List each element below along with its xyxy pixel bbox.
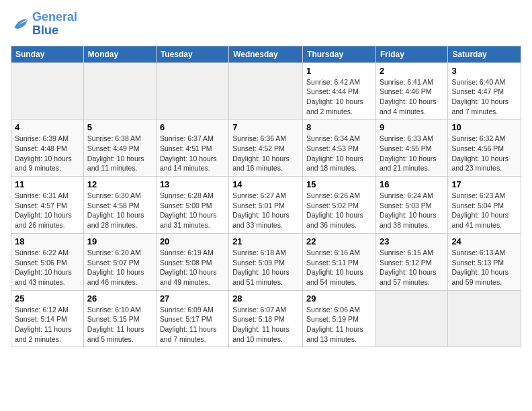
day-number: 16 — [380, 179, 444, 189]
day-number: 5 — [87, 122, 152, 132]
calendar-cell — [375, 290, 447, 347]
day-info: Sunrise: 6:24 AM Sunset: 5:03 PM Dayligh… — [380, 191, 444, 230]
calendar-week-row: 25 Sunrise: 6:12 AM Sunset: 5:14 PM Dayl… — [11, 290, 521, 347]
calendar-cell: 21 Sunrise: 6:18 AM Sunset: 5:09 PM Dayl… — [229, 233, 303, 290]
col-header-thursday: Thursday — [303, 46, 376, 62]
day-number: 8 — [306, 122, 372, 132]
calendar-cell: 5 Sunrise: 6:38 AM Sunset: 4:49 PM Dayli… — [83, 120, 156, 177]
day-info: Sunrise: 6:31 AM Sunset: 4:57 PM Dayligh… — [15, 191, 80, 230]
calendar-cell: 4 Sunrise: 6:39 AM Sunset: 4:48 PM Dayli… — [11, 120, 84, 177]
day-number: 22 — [306, 236, 372, 246]
logo: General Blue — [11, 11, 77, 38]
calendar-cell: 3 Sunrise: 6:40 AM Sunset: 4:47 PM Dayli… — [448, 62, 521, 120]
day-number: 17 — [451, 179, 517, 189]
calendar-cell: 22 Sunrise: 6:16 AM Sunset: 5:11 PM Dayl… — [303, 233, 376, 290]
day-info: Sunrise: 6:30 AM Sunset: 4:58 PM Dayligh… — [87, 191, 152, 230]
calendar-cell: 19 Sunrise: 6:20 AM Sunset: 5:07 PM Dayl… — [83, 233, 156, 290]
calendar-cell: 6 Sunrise: 6:37 AM Sunset: 4:51 PM Dayli… — [156, 120, 228, 177]
day-number: 6 — [160, 122, 225, 132]
calendar-week-row: 18 Sunrise: 6:22 AM Sunset: 5:06 PM Dayl… — [11, 233, 521, 290]
day-number: 7 — [232, 122, 299, 132]
day-number: 23 — [380, 236, 444, 246]
day-info: Sunrise: 6:18 AM Sunset: 5:09 PM Dayligh… — [232, 248, 299, 287]
calendar-cell: 12 Sunrise: 6:30 AM Sunset: 4:58 PM Dayl… — [83, 177, 156, 234]
day-info: Sunrise: 6:39 AM Sunset: 4:48 PM Dayligh… — [15, 134, 80, 173]
day-number: 9 — [380, 122, 444, 132]
calendar-header-row: SundayMondayTuesdayWednesdayThursdayFrid… — [11, 46, 521, 62]
calendar-week-row: 4 Sunrise: 6:39 AM Sunset: 4:48 PM Dayli… — [11, 120, 521, 177]
calendar-week-row: 11 Sunrise: 6:31 AM Sunset: 4:57 PM Dayl… — [11, 177, 521, 234]
day-info: Sunrise: 6:32 AM Sunset: 4:56 PM Dayligh… — [451, 134, 517, 173]
day-info: Sunrise: 6:07 AM Sunset: 5:18 PM Dayligh… — [232, 305, 299, 345]
calendar-cell: 9 Sunrise: 6:33 AM Sunset: 4:55 PM Dayli… — [375, 120, 447, 177]
calendar-cell: 27 Sunrise: 6:09 AM Sunset: 5:17 PM Dayl… — [156, 290, 228, 347]
day-info: Sunrise: 6:27 AM Sunset: 5:01 PM Dayligh… — [232, 191, 299, 230]
day-info: Sunrise: 6:19 AM Sunset: 5:08 PM Dayligh… — [160, 248, 225, 287]
calendar-cell: 14 Sunrise: 6:27 AM Sunset: 5:01 PM Dayl… — [229, 177, 303, 234]
col-header-friday: Friday — [375, 46, 447, 62]
calendar-week-row: 1 Sunrise: 6:42 AM Sunset: 4:44 PM Dayli… — [11, 62, 521, 120]
day-info: Sunrise: 6:40 AM Sunset: 4:47 PM Dayligh… — [451, 77, 517, 117]
day-number: 12 — [87, 179, 152, 189]
day-number: 29 — [306, 293, 372, 304]
calendar-cell: 28 Sunrise: 6:07 AM Sunset: 5:18 PM Dayl… — [229, 290, 303, 347]
page-header: General Blue — [11, 11, 521, 38]
day-number: 4 — [15, 122, 80, 132]
day-info: Sunrise: 6:20 AM Sunset: 5:07 PM Dayligh… — [87, 248, 152, 287]
day-number: 28 — [232, 293, 299, 304]
day-number: 3 — [451, 66, 517, 76]
calendar-cell: 20 Sunrise: 6:19 AM Sunset: 5:08 PM Dayl… — [156, 233, 228, 290]
day-number: 13 — [160, 179, 225, 189]
day-info: Sunrise: 6:37 AM Sunset: 4:51 PM Dayligh… — [160, 134, 225, 173]
day-number: 27 — [160, 293, 225, 304]
col-header-monday: Monday — [83, 46, 156, 62]
day-number: 26 — [87, 293, 152, 304]
calendar-cell: 1 Sunrise: 6:42 AM Sunset: 4:44 PM Dayli… — [303, 62, 376, 120]
day-number: 21 — [232, 236, 299, 246]
day-info: Sunrise: 6:41 AM Sunset: 4:46 PM Dayligh… — [380, 77, 444, 117]
day-number: 2 — [380, 66, 444, 76]
calendar-cell: 13 Sunrise: 6:28 AM Sunset: 5:00 PM Dayl… — [156, 177, 228, 234]
day-number: 10 — [451, 122, 517, 132]
day-number: 18 — [15, 236, 80, 246]
day-info: Sunrise: 6:28 AM Sunset: 5:00 PM Dayligh… — [160, 191, 225, 230]
calendar-cell: 11 Sunrise: 6:31 AM Sunset: 4:57 PM Dayl… — [11, 177, 84, 234]
day-number: 20 — [160, 236, 225, 246]
day-info: Sunrise: 6:34 AM Sunset: 4:53 PM Dayligh… — [306, 134, 372, 173]
day-info: Sunrise: 6:42 AM Sunset: 4:44 PM Dayligh… — [306, 77, 372, 117]
calendar-table: SundayMondayTuesdayWednesdayThursdayFrid… — [11, 46, 521, 348]
day-number: 19 — [87, 236, 152, 246]
calendar-cell: 7 Sunrise: 6:36 AM Sunset: 4:52 PM Dayli… — [229, 120, 303, 177]
calendar-cell: 18 Sunrise: 6:22 AM Sunset: 5:06 PM Dayl… — [11, 233, 84, 290]
day-number: 15 — [306, 179, 372, 189]
calendar-cell: 25 Sunrise: 6:12 AM Sunset: 5:14 PM Dayl… — [11, 290, 84, 347]
day-info: Sunrise: 6:33 AM Sunset: 4:55 PM Dayligh… — [380, 134, 444, 173]
calendar-cell: 26 Sunrise: 6:10 AM Sunset: 5:15 PM Dayl… — [83, 290, 156, 347]
calendar-cell: 24 Sunrise: 6:13 AM Sunset: 5:13 PM Dayl… — [448, 233, 521, 290]
logo-icon — [11, 15, 30, 34]
calendar-cell: 8 Sunrise: 6:34 AM Sunset: 4:53 PM Dayli… — [303, 120, 376, 177]
day-info: Sunrise: 6:09 AM Sunset: 5:17 PM Dayligh… — [160, 305, 225, 345]
calendar-cell: 17 Sunrise: 6:23 AM Sunset: 5:04 PM Dayl… — [448, 177, 521, 234]
day-info: Sunrise: 6:22 AM Sunset: 5:06 PM Dayligh… — [15, 248, 80, 287]
col-header-wednesday: Wednesday — [229, 46, 303, 62]
day-info: Sunrise: 6:06 AM Sunset: 5:19 PM Dayligh… — [306, 305, 372, 345]
day-number: 25 — [15, 293, 80, 304]
col-header-saturday: Saturday — [448, 46, 521, 62]
calendar-cell: 29 Sunrise: 6:06 AM Sunset: 5:19 PM Dayl… — [303, 290, 376, 347]
calendar-cell — [156, 62, 228, 120]
calendar-cell: 23 Sunrise: 6:15 AM Sunset: 5:12 PM Dayl… — [375, 233, 447, 290]
day-number: 1 — [306, 66, 372, 76]
calendar-cell: 15 Sunrise: 6:26 AM Sunset: 5:02 PM Dayl… — [303, 177, 376, 234]
calendar-cell — [448, 290, 521, 347]
day-info: Sunrise: 6:13 AM Sunset: 5:13 PM Dayligh… — [451, 248, 517, 287]
day-number: 11 — [15, 179, 80, 189]
logo-text: General Blue — [32, 11, 77, 38]
calendar-cell — [229, 62, 303, 120]
day-info: Sunrise: 6:15 AM Sunset: 5:12 PM Dayligh… — [380, 248, 444, 287]
day-info: Sunrise: 6:23 AM Sunset: 5:04 PM Dayligh… — [451, 191, 517, 230]
calendar-cell: 10 Sunrise: 6:32 AM Sunset: 4:56 PM Dayl… — [448, 120, 521, 177]
col-header-sunday: Sunday — [11, 46, 84, 62]
day-info: Sunrise: 6:36 AM Sunset: 4:52 PM Dayligh… — [232, 134, 299, 173]
day-info: Sunrise: 6:38 AM Sunset: 4:49 PM Dayligh… — [87, 134, 152, 173]
